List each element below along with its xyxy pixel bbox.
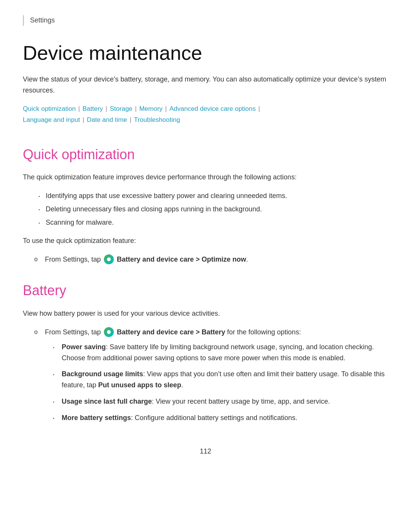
breadcrumb: Settings [23,15,388,26]
nav-links: Quick optimization | Battery | Storage |… [23,104,388,126]
nav-sep-3: | [133,105,139,112]
nav-link-quick-optimization[interactable]: Quick optimization [23,105,76,112]
nav-sep-5: | [256,105,260,112]
quick-optimization-section: Quick optimization The quick optimizatio… [23,144,388,265]
list-item: Scanning for malware. [38,217,388,228]
option-label: Usage since last full charge [62,398,152,405]
option-text: : Save battery life by limiting backgrou… [62,343,374,362]
list-item: More battery settings: Configure additio… [53,412,388,423]
battery-step-bold: Battery and device care > Battery [117,328,225,336]
option-text: : Configure additional battery settings … [131,414,297,422]
nav-link-memory[interactable]: Memory [139,105,162,112]
option-label: Background usage limits [62,370,143,378]
nav-link-battery[interactable]: Battery [83,105,103,112]
list-item: Deleting unnecessary files and closing a… [38,204,388,215]
page-number: 112 [23,446,388,457]
list-item: Power saving: Save battery life by limit… [53,342,388,364]
step-text-prefix: From Settings, tap [45,256,101,263]
settings-icon [104,254,114,264]
list-item: From Settings, tap Battery and device ca… [34,254,388,265]
quick-optimization-steps: From Settings, tap Battery and device ca… [34,254,388,265]
step-suffix: . [246,256,248,263]
battery-description: View how battery power is used for your … [23,308,388,319]
battery-step-suffix-text: for the following options: [227,328,301,336]
nav-sep-6: | [81,116,86,123]
nav-link-advanced[interactable]: Advanced device care options [169,105,256,112]
quick-optimization-step-intro: To use the quick optimization feature: [23,236,388,246]
settings-icon [104,327,114,337]
battery-steps: From Settings, tap Battery and device ca… [34,327,388,423]
nav-sep-7: | [128,116,133,123]
nav-sep-1: | [76,105,82,112]
option-text-after: . [181,381,183,389]
quick-optimization-bullets: Identifying apps that use excessive batt… [38,190,388,228]
option-text: : View your recent battery usage by time… [152,398,330,405]
quick-optimization-description: The quick optimization feature improves … [23,172,388,183]
list-item: Identifying apps that use excessive batt… [38,190,388,201]
step-bold-text: Battery and device care > Optimize now [117,256,246,263]
quick-optimization-title: Quick optimization [23,144,388,165]
option-label: Power saving [62,343,106,351]
page-description: View the status of your device’s battery… [23,74,388,96]
nav-sep-4: | [163,105,169,112]
list-item: Usage since last full charge: View your … [53,396,388,407]
option-label: More battery settings [62,414,131,422]
nav-link-language[interactable]: Language and input [23,116,80,123]
battery-step-prefix: From Settings, tap [45,328,101,336]
option-inline-bold: Put unused apps to sleep [98,381,181,389]
list-item: Background usage limits: View apps that … [53,369,388,391]
nav-link-troubleshooting[interactable]: Troubleshooting [134,116,180,123]
battery-section: Battery View how battery power is used f… [23,280,388,423]
list-item: From Settings, tap Battery and device ca… [34,327,388,423]
nav-sep-2: | [104,105,109,112]
nav-link-date-time[interactable]: Date and time [87,116,127,123]
battery-title: Battery [23,280,388,301]
page-title: Device maintenance [23,41,388,65]
battery-options-list: Power saving: Save battery life by limit… [53,342,388,423]
nav-link-storage[interactable]: Storage [110,105,133,112]
